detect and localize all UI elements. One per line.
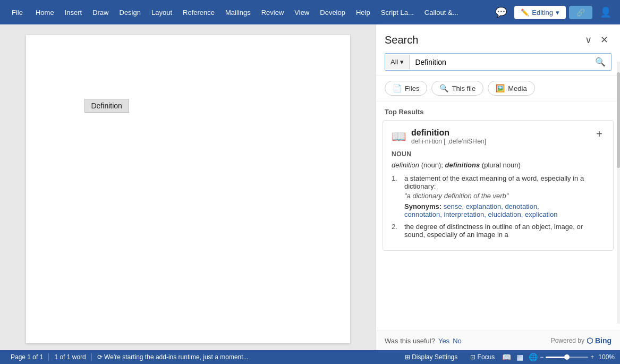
result-pos-detail: definition (noun); definitions (plural n… (392, 161, 605, 169)
zoom-slider[interactable] (546, 357, 588, 358)
result-def-2: 2. the degree of distinctness in outline… (392, 223, 605, 239)
focus-button[interactable]: ⊡ Focus (465, 353, 500, 361)
main-content: Definition Search ∨ ✕ All ▾ 🔍 (0, 24, 620, 350)
filter-chevron-icon: ▾ (400, 58, 404, 66)
filter-tab-this-file[interactable]: 🔍 This file (431, 81, 483, 96)
zoom-slider-fill (546, 357, 567, 358)
menu-file[interactable]: File (4, 0, 30, 24)
result-card-definition: 📖 definition def·i·ni·tion [ ˌdefəˈniSHə… (383, 120, 614, 251)
filter-tab-files[interactable]: 📄 Files (385, 81, 427, 96)
zoom-level-label: 100% (598, 353, 615, 361)
synonyms-row: Synonyms: sense, explanation, denotation… (404, 202, 605, 218)
powered-by: Powered by ⬡ Bing (551, 336, 611, 345)
useful-label: Was this useful? (385, 337, 435, 345)
menubar-right: 💬 ✏️ Editing ▾ 🔗 👤 (491, 4, 616, 20)
top-results-label: Top Results (376, 101, 620, 120)
def-plural: definitions (445, 161, 480, 169)
this-file-tab-label: This file (452, 84, 475, 92)
scrollbar-track[interactable] (617, 62, 620, 324)
menu-insert[interactable]: Insert (60, 4, 88, 21)
synonym-denotation[interactable]: denotation, (505, 202, 539, 210)
editing-chevron-icon: ▾ (556, 9, 559, 16)
word-count: 1 of 1 word (49, 353, 91, 361)
menu-develop[interactable]: Develop (315, 4, 351, 21)
result-phonetic: def·i·ni·tion [ ˌdefəˈniSHən] (411, 138, 486, 145)
menu-draw[interactable]: Draw (87, 4, 114, 21)
def-plural-label: (plural noun) (482, 161, 521, 169)
notification-icon: ⟳ (97, 353, 103, 361)
def-content-1: a statement of the exact meaning of a wo… (404, 174, 605, 218)
search-input[interactable] (410, 55, 590, 70)
def-example-1: "a dictionary definition of the verb" (404, 192, 605, 200)
def-text-1: a statement of the exact meaning of a wo… (404, 174, 584, 190)
media-icon: 🖼️ (496, 84, 505, 92)
filter-tabs: 📄 Files 🔍 This file 🖼️ Media (376, 75, 620, 101)
notification-text: ⟳ We're starting the add-ins runtime, ju… (92, 353, 254, 361)
view-icons: 📖 ▦ 🌐 (502, 353, 538, 361)
menu-home[interactable]: Home (30, 4, 60, 21)
search-panel: Search ∨ ✕ All ▾ 🔍 📄 Files (376, 24, 620, 350)
document-area[interactable]: Definition (0, 24, 376, 350)
document-page: Definition (26, 35, 350, 343)
zoom-slider-thumb (564, 354, 570, 360)
display-settings-icon: ⊞ (405, 353, 410, 361)
menu-help[interactable]: Help (351, 4, 376, 21)
menu-mailings[interactable]: Mailings (220, 4, 256, 21)
def-noun-label: (noun); (421, 161, 445, 169)
statusbar: Page 1 of 1 1 of 1 word ⟳ We're starting… (0, 350, 620, 364)
read-mode-icon[interactable]: 📖 (502, 353, 511, 361)
editing-mode-button[interactable]: ✏️ Editing ▾ (514, 6, 566, 19)
synonym-sense[interactable]: sense, (444, 202, 464, 210)
zoom-controls: − + 100% (540, 353, 615, 361)
scrollbar-thumb[interactable] (617, 72, 620, 168)
search-input-row: All ▾ 🔍 (385, 53, 611, 71)
synonym-explication[interactable]: explication (525, 210, 557, 218)
menu-layout[interactable]: Layout (146, 4, 177, 21)
search-filter-label: All (390, 58, 398, 66)
menu-script-lab[interactable]: Script La... (376, 4, 419, 21)
search-go-button[interactable]: 🔍 (590, 54, 611, 70)
print-layout-icon[interactable]: ▦ (516, 353, 523, 361)
zoom-in-button[interactable]: + (590, 353, 594, 361)
files-tab-label: Files (405, 84, 419, 92)
result-word-block: definition def·i·ni·tion [ ˌdefəˈniSHən] (411, 128, 486, 145)
search-title-row: Search ∨ ✕ (385, 33, 611, 47)
menubar: File Home Insert Draw Design Layout Refe… (0, 0, 620, 24)
search-close-button[interactable]: ✕ (597, 33, 611, 47)
profile-button[interactable]: 👤 (596, 4, 616, 20)
share-button[interactable]: 🔗 (569, 6, 592, 19)
statusbar-right: ⊞ Display Settings ⊡ Focus 📖 ▦ 🌐 − + 100… (400, 353, 615, 361)
def-num-1: 1. (392, 174, 400, 218)
focus-icon: ⊡ (470, 353, 475, 361)
search-footer: Was this useful? Yes No Powered by ⬡ Bin… (376, 331, 620, 350)
zoom-out-button[interactable]: − (540, 353, 543, 361)
result-pos: NOUN (392, 150, 605, 158)
menu-view[interactable]: View (289, 4, 315, 21)
search-filter-button[interactable]: All ▾ (385, 55, 410, 69)
this-file-search-icon: 🔍 (439, 84, 448, 92)
display-settings-button[interactable]: ⊞ Display Settings (400, 353, 463, 361)
result-card-title-row: 📖 definition def·i·ni·tion [ ˌdefəˈniSHə… (392, 128, 486, 145)
search-results[interactable]: Top Results 📖 definition def·i·ni·tion [… (376, 101, 620, 331)
def-text-2: the degree of distinctness in outline of… (404, 223, 583, 239)
result-def-1: 1. a statement of the exact meaning of a… (392, 174, 605, 218)
web-layout-icon[interactable]: 🌐 (529, 353, 538, 361)
useful-yes-link[interactable]: Yes (438, 337, 449, 345)
share-icon: 🔗 (576, 9, 585, 16)
add-to-doc-button[interactable]: + (594, 128, 605, 140)
menu-callout[interactable]: Callout &... (419, 4, 464, 21)
synonym-interpretation[interactable]: interpretation, (444, 210, 486, 218)
synonym-elucidation[interactable]: elucidation, (488, 210, 523, 218)
menu-design[interactable]: Design (114, 4, 146, 21)
menu-review[interactable]: Review (256, 4, 290, 21)
search-title-icons: ∨ ✕ (582, 33, 611, 47)
menu-references[interactable]: Reference (177, 4, 220, 21)
filter-tab-media[interactable]: 🖼️ Media (488, 81, 534, 96)
synonym-explanation[interactable]: explanation, (466, 202, 503, 210)
def-num-2: 2. (392, 223, 400, 239)
useful-no-link[interactable]: No (453, 337, 462, 345)
comments-button[interactable]: 💬 (491, 4, 511, 20)
synonym-connotation[interactable]: connotation, (404, 210, 442, 218)
search-minimize-button[interactable]: ∨ (582, 33, 595, 47)
bing-logo: ⬡ Bing (587, 336, 611, 345)
